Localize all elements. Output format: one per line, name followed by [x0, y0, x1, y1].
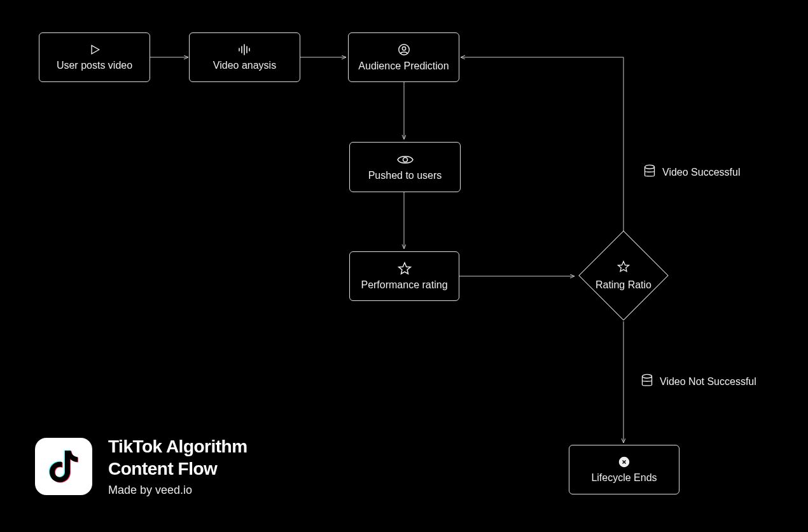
star-icon: [617, 260, 630, 276]
waveform-icon: [237, 43, 253, 56]
svg-marker-6: [92, 45, 99, 53]
node-performance-rating: Performance rating: [349, 251, 459, 301]
footer-title-line1: TikTok Algorithm: [108, 437, 247, 456]
annotation-video-not-successful: Video Not Successful: [641, 374, 756, 390]
node-pushed-to-users: Pushed to users: [349, 142, 461, 192]
annotation-label: Video Successful: [662, 167, 740, 178]
footer-title-line2: Content Flow: [108, 459, 217, 479]
svg-point-21: [643, 374, 652, 378]
node-video-analysis: Video anaysis: [189, 32, 300, 82]
database-icon: [641, 374, 653, 390]
decision-rating-ratio: Rating Ratio: [579, 231, 668, 320]
footer-block: TikTok Algorithm Content Flow Made by ve…: [35, 435, 247, 497]
play-icon: [88, 43, 101, 56]
svg-point-13: [402, 46, 406, 50]
svg-point-14: [403, 157, 407, 162]
node-audience-prediction: Audience Prediction: [348, 32, 459, 82]
node-user-posts-video: User posts video: [39, 32, 150, 82]
node-label: Video anaysis: [213, 60, 276, 71]
decision-label: Rating Ratio: [596, 279, 651, 291]
svg-marker-15: [398, 263, 410, 274]
user-icon: [397, 43, 411, 57]
node-label: Audience Prediction: [358, 60, 449, 72]
eye-icon: [397, 153, 414, 166]
node-label: Lifecycle Ends: [591, 472, 657, 484]
footer-subtitle: Made by veed.io: [108, 484, 247, 497]
svg-marker-19: [618, 262, 629, 272]
star-icon: [398, 262, 412, 276]
annotation-label: Video Not Successful: [660, 376, 756, 388]
close-circle-icon: [618, 456, 630, 468]
node-lifecycle-ends: Lifecycle Ends: [569, 445, 679, 494]
tiktok-logo: [35, 438, 92, 495]
database-icon: [643, 164, 656, 181]
svg-point-20: [645, 165, 655, 169]
node-label: User posts video: [57, 60, 132, 71]
annotation-video-successful: Video Successful: [643, 164, 740, 181]
node-label: Pushed to users: [368, 170, 442, 181]
node-label: Performance rating: [361, 279, 447, 291]
